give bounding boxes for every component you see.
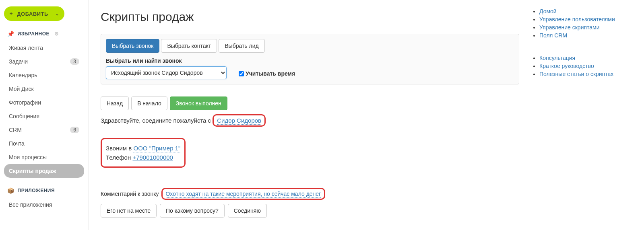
greeting-prefix: Здравствуйте, соедините пожалуйста с [101, 117, 213, 124]
help-link[interactable]: Полезные статьи о скриптах [539, 71, 613, 77]
sidebar-item[interactable]: Мой Диск [4, 82, 84, 96]
tab[interactable]: Выбрать лид [219, 39, 264, 53]
admin-link[interactable]: Управление скриптами [539, 24, 600, 31]
add-button[interactable]: + ДОБАВИТЬ ⌄ [4, 6, 64, 21]
consider-time-checkbox[interactable] [239, 71, 244, 76]
sidebar-item-badge: 6 [70, 127, 79, 133]
contact-name-highlight: Сидор Сидоров [213, 114, 266, 127]
sidebar-item[interactable]: Сообщения [4, 109, 84, 123]
add-button-label: ДОБАВИТЬ [17, 11, 48, 17]
sidebar-item-label: Скрипты продаж [9, 168, 56, 174]
help-link[interactable]: Консультация [539, 55, 575, 61]
call-info-highlight: Звоним в ООО "Пример 1" Телефон +7900100… [101, 138, 186, 168]
response-option-button[interactable]: По какому вопросу? [160, 204, 225, 218]
favorites-list: Живая лентаЗадачи3КалендарьМой ДискФотог… [4, 41, 84, 178]
sidebar-item[interactable]: Фотографии [4, 96, 84, 109]
select-call-label: Выбрать или найти звонок [106, 58, 227, 64]
sidebar-item-label: Живая лента [9, 45, 43, 51]
sidebar-item[interactable]: Скрипты продаж [4, 164, 84, 178]
comment-label: Комментарий к звонку [101, 191, 159, 197]
select-call[interactable]: Исходящий звонок Сидор Сидоров [106, 66, 227, 79]
response-options: Его нет на местеПо какому вопросу?Соедин… [101, 204, 519, 218]
chevron-down-icon: ⌄ [56, 12, 59, 16]
sidebar-item-label: CRM [9, 127, 22, 133]
phone-label: Телефон [106, 154, 132, 161]
sidebar-item[interactable]: Задачи3 [4, 55, 84, 68]
back-button[interactable]: Назад [101, 97, 129, 110]
sidebar-item-label: Почта [9, 140, 25, 147]
apps-list: Все приложения [4, 198, 84, 212]
sidebar-item[interactable]: Почта [4, 137, 84, 150]
help-links: КонсультацияКраткое руководствоПолезные … [531, 55, 632, 77]
sidebar-item[interactable]: Календарь [4, 68, 84, 82]
apps-section-title: 📦 ПРИЛОЖЕНИЯ [7, 187, 84, 194]
tabs: Выбрать звонокВыбрать контактВыбрать лид [106, 39, 514, 53]
pin-icon: 📌 [7, 31, 14, 37]
help-link[interactable]: Краткое руководство [539, 63, 594, 69]
sidebar-item[interactable]: Живая лента [4, 41, 84, 55]
sidebar-item-label: Сообщения [9, 113, 39, 119]
favorites-section-title: 📌 ИЗБРАННОЕ ⚙ [7, 31, 84, 37]
comment-link[interactable]: Охотно ходят на такие мероприятия, но се… [166, 191, 321, 198]
apps-label: ПРИЛОЖЕНИЯ [18, 188, 55, 193]
action-buttons: Назад В начало Звонок выполнен [101, 97, 519, 110]
sidebar-item-label: Мой Диск [9, 86, 34, 92]
call-done-button[interactable]: Звонок выполнен [170, 97, 227, 110]
page-title: Скрипты продаж [101, 10, 519, 24]
sidebar: + ДОБАВИТЬ ⌄ 📌 ИЗБРАННОЕ ⚙ Живая лентаЗа… [0, 0, 89, 230]
comment-highlight: Охотно ходят на такие мероприятия, но се… [161, 188, 326, 200]
phone-line: Телефон +79001000000 [106, 154, 180, 161]
sidebar-item-badge: 3 [70, 58, 79, 65]
response-option-button[interactable]: Соединяю [228, 204, 267, 218]
sidebar-item-label: Задачи [9, 58, 28, 65]
calling-prefix: Звоним в [106, 145, 133, 152]
phone-link[interactable]: +79001000000 [132, 154, 173, 161]
sidebar-item[interactable]: Мои процессы [4, 150, 84, 164]
main-content: Скрипты продаж Выбрать звонокВыбрать кон… [89, 0, 644, 230]
tab[interactable]: Выбрать звонок [106, 39, 159, 53]
sidebar-item[interactable]: Все приложения [4, 198, 84, 212]
box-icon: 📦 [7, 187, 14, 194]
admin-link[interactable]: Поля CRM [539, 32, 567, 39]
call-selection-panel: Выбрать звонокВыбрать контактВыбрать лид… [101, 34, 519, 84]
gear-icon[interactable]: ⚙ [54, 31, 59, 37]
plus-icon: + [10, 10, 13, 17]
start-button[interactable]: В начало [131, 97, 167, 110]
right-column: ДомойУправление пользователямиУправление… [531, 4, 632, 226]
admin-link[interactable]: Управление пользователями [539, 16, 615, 23]
contact-name-link[interactable]: Сидор Сидоров [217, 117, 261, 125]
company-line: Звоним в ООО "Пример 1" [106, 145, 180, 152]
admin-link[interactable]: Домой [539, 8, 557, 14]
favorites-label: ИЗБРАННОЕ [18, 31, 50, 37]
admin-links: ДомойУправление пользователямиУправление… [531, 8, 632, 39]
comment-line: Комментарий к звонку Охотно ходят на так… [101, 188, 519, 200]
sidebar-item-label: Фотографии [9, 99, 41, 106]
company-link[interactable]: ООО "Пример 1" [133, 145, 180, 152]
sidebar-item-label: Календарь [9, 72, 37, 78]
sidebar-item[interactable]: CRM6 [4, 123, 84, 137]
tab[interactable]: Выбрать контакт [161, 39, 217, 53]
consider-time-label[interactable]: Учитывать время [246, 70, 295, 77]
sidebar-item-label: Мои процессы [9, 154, 47, 160]
greeting-line: Здравствуйте, соедините пожалуйста с Сид… [101, 114, 519, 127]
response-option-button[interactable]: Его нет на месте [101, 204, 157, 218]
